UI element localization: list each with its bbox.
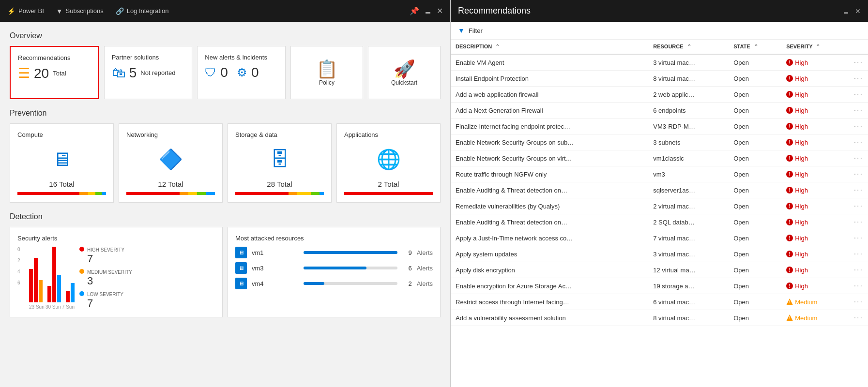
rec-more[interactable]: ··· xyxy=(849,294,868,310)
networking-card[interactable]: Networking 🔷 12 Total xyxy=(119,123,223,203)
rec-more[interactable]: ··· xyxy=(849,214,868,230)
severity-high-icon: ! xyxy=(786,107,793,114)
table-row[interactable]: Add a web application firewall 2 web app… xyxy=(451,87,868,103)
col-resource[interactable]: RESOURCE ⌃ xyxy=(648,40,729,54)
compute-card[interactable]: Compute 🖥 16 Total xyxy=(10,123,114,203)
rec-more[interactable]: ··· xyxy=(849,182,868,198)
table-row[interactable]: Restrict access through Internet facing…… xyxy=(451,294,868,310)
chart-with-y: 6 4 2 0 xyxy=(17,247,75,310)
table-row[interactable]: Enable VM Agent 3 virtual mac… Open ! Hi… xyxy=(451,54,868,71)
more-options-icon[interactable]: ··· xyxy=(854,266,863,274)
high-severity-item: HIGH SEVERITY 7 xyxy=(79,247,157,265)
more-options-icon[interactable]: ··· xyxy=(854,74,863,82)
col-severity[interactable]: SEVERITY ⌃ xyxy=(781,40,849,54)
rec-more[interactable]: ··· xyxy=(849,71,868,87)
rec-severity: ! High xyxy=(781,214,849,230)
rec-severity: ! High xyxy=(781,198,849,214)
table-row[interactable]: Apply disk encryption 12 virtual ma… Ope… xyxy=(451,262,868,278)
more-options-icon[interactable]: ··· xyxy=(854,202,863,210)
table-row[interactable]: Add a Next Generation Firewall 6 endpoin… xyxy=(451,103,868,119)
filter-bar[interactable]: ▼ Filter xyxy=(451,22,868,40)
table-row[interactable]: Enable encryption for Azure Storage Ac… … xyxy=(451,278,868,294)
subscriptions-icon: ▼ xyxy=(56,7,63,15)
rec-severity: ! High xyxy=(781,87,849,103)
rec-more[interactable]: ··· xyxy=(849,262,868,278)
security-alerts-card[interactable]: Security alerts 6 4 2 0 xyxy=(10,227,223,317)
log-integration-button[interactable]: 🔗 Log Integration xyxy=(116,7,169,15)
more-options-icon[interactable]: ··· xyxy=(854,170,863,178)
compute-bar-blue xyxy=(102,192,106,195)
new-alerts-card[interactable]: New alerts & incidents 🛡 0 ⚙ 0 xyxy=(197,46,286,99)
table-row[interactable]: Enable Auditing & Threat detection on… 2… xyxy=(451,214,868,230)
more-options-icon[interactable]: ··· xyxy=(854,138,863,146)
close-icon[interactable]: ✕ xyxy=(437,6,443,15)
alerts-number: 0 xyxy=(220,65,228,80)
more-options-icon[interactable]: ··· xyxy=(854,186,863,194)
storage-bar-green xyxy=(311,192,320,195)
more-options-icon[interactable]: ··· xyxy=(854,298,863,306)
rec-state: Open xyxy=(729,87,781,103)
table-row[interactable]: Install Endpoint Protection 8 virtual ma… xyxy=(451,71,868,87)
more-options-icon[interactable]: ··· xyxy=(854,234,863,242)
rec-more[interactable]: ··· xyxy=(849,134,868,150)
powerbi-button[interactable]: ⚡ Power BI xyxy=(7,7,44,15)
partner-solutions-card[interactable]: Partner solutions 🛍 5 Not reported xyxy=(104,46,193,99)
vm-count-2: 6 xyxy=(402,265,412,272)
compute-icon-area: 🖥 xyxy=(17,142,106,176)
more-options-icon[interactable]: ··· xyxy=(854,58,863,66)
severity-high-icon: ! xyxy=(786,251,793,257)
applications-card[interactable]: Applications 🌐 2 Total xyxy=(336,123,441,203)
rec-resource: 2 web applic… xyxy=(648,87,729,103)
quickstart-card[interactable]: 🚀 Quickstart xyxy=(368,46,441,99)
more-options-icon[interactable]: ··· xyxy=(854,313,863,322)
rec-more[interactable]: ··· xyxy=(849,246,868,262)
table-row[interactable]: Route traffic through NGFW only vm3 Open… xyxy=(451,166,868,182)
rec-severity: ! High xyxy=(781,103,849,119)
table-row[interactable]: Finalize Internet facing endpoint protec… xyxy=(451,119,868,134)
table-row[interactable]: Enable Network Security Groups on sub… 3… xyxy=(451,134,868,150)
severity-legend: HIGH SEVERITY 7 MEDIUM SEVERITY 3 xyxy=(79,247,157,310)
more-options-icon[interactable]: ··· xyxy=(854,282,863,290)
rec-state: Open xyxy=(729,166,781,182)
subscriptions-button[interactable]: ▼ Subscriptions xyxy=(56,7,104,15)
rec-more[interactable]: ··· xyxy=(849,310,868,326)
more-options-icon[interactable]: ··· xyxy=(854,250,863,258)
recommendations-card[interactable]: Recommendations ☰ 20 Total xyxy=(10,46,99,99)
table-row[interactable]: Apply system updates 3 virtual mac… Open… xyxy=(451,246,868,262)
rec-more[interactable]: ··· xyxy=(849,198,868,214)
table-row[interactable]: Add a vulnerability assessment solution … xyxy=(451,310,868,326)
more-options-icon[interactable]: ··· xyxy=(854,122,863,130)
table-row[interactable]: Apply a Just-In-Time network access co… … xyxy=(451,230,868,246)
right-close-icon[interactable]: ✕ xyxy=(855,7,861,15)
more-options-icon[interactable]: ··· xyxy=(854,106,863,114)
more-options-icon[interactable]: ··· xyxy=(854,90,863,98)
more-options-icon[interactable]: ··· xyxy=(854,218,863,226)
rec-more[interactable]: ··· xyxy=(849,87,868,103)
pin-icon[interactable]: 📌 xyxy=(410,6,419,15)
applications-bar-red xyxy=(344,192,433,195)
rec-more[interactable]: ··· xyxy=(849,54,868,71)
partner-solutions-label: Not reported xyxy=(140,69,175,76)
rec-more[interactable]: ··· xyxy=(849,278,868,294)
table-row[interactable]: Enable Network Security Groups on virt… … xyxy=(451,150,868,166)
right-minimize-icon[interactable]: 🗕 xyxy=(842,7,849,15)
rec-more[interactable]: ··· xyxy=(849,150,868,166)
powerbi-label: Power BI xyxy=(18,7,44,15)
more-options-icon[interactable]: ··· xyxy=(854,154,863,162)
rec-state: Open xyxy=(729,103,781,119)
col-state[interactable]: STATE ⌃ xyxy=(729,40,781,54)
table-row[interactable]: Enable Auditing & Threat detection on… s… xyxy=(451,182,868,198)
rec-more[interactable]: ··· xyxy=(849,119,868,134)
rec-more[interactable]: ··· xyxy=(849,230,868,246)
vm-name-2: vm3 xyxy=(252,265,299,272)
storage-card[interactable]: Storage & data 🗄 28 Total xyxy=(228,123,332,203)
col-description[interactable]: DESCRIPTION ⌃ xyxy=(451,40,648,54)
top-bar: ⚡ Power BI ▼ Subscriptions 🔗 Log Integra… xyxy=(0,0,450,22)
most-attacked-card[interactable]: Most attacked resources 🖥 vm1 9 Alerts 🖥 xyxy=(228,227,441,317)
rec-more[interactable]: ··· xyxy=(849,166,868,182)
table-row[interactable]: Remediate vulnerabilities (by Qualys) 2 … xyxy=(451,198,868,214)
rec-more[interactable]: ··· xyxy=(849,103,868,119)
policy-card[interactable]: 📋 Policy xyxy=(290,46,363,99)
minimize-icon[interactable]: 🗕 xyxy=(424,7,432,15)
rec-severity: ! High xyxy=(781,246,849,262)
